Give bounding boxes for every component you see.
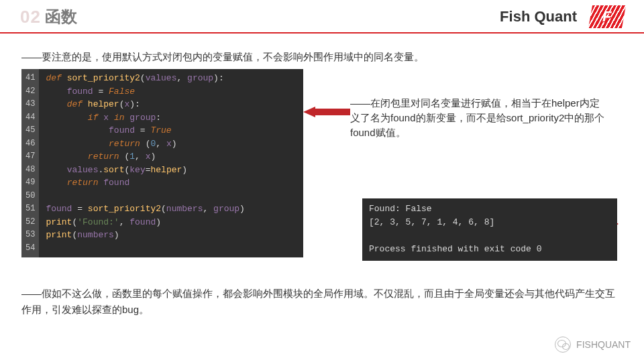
annotation-text: ——在闭包里对同名变量进行赋值，相当于在helper内定义了名为found的新变… xyxy=(350,96,605,139)
brand-logo: F xyxy=(588,5,626,28)
watermark-text: FISHQUANT xyxy=(576,339,631,350)
chapter-number: 02 xyxy=(20,7,41,27)
chapter-title: 函数 xyxy=(45,6,77,27)
output-block: Found: False [2, 3, 5, 7, 1, 4, 6, 8] Pr… xyxy=(362,198,617,261)
closing-note: ——假如不这么做，函数里的每个赋值操作，都会影响外围模块的全局作用域。不仅混乱，… xyxy=(21,286,623,318)
slide-header: 02 函数 Fish Quant F xyxy=(0,0,644,34)
intro-note: ——要注意的是，使用默认方式对闭包内的变量赋值，不会影响外围作用域中的同名变量。 xyxy=(21,51,623,64)
watermark: FISHQUANT xyxy=(555,337,631,353)
code-block: 4142434445464748495051525354 def sort_pr… xyxy=(21,69,303,257)
arrow-left-icon xyxy=(303,107,350,117)
wechat-icon xyxy=(555,337,571,353)
code-body: def sort_priority2(values, group): found… xyxy=(39,69,303,257)
brand-text: Fish Quant xyxy=(500,8,577,25)
line-gutter: 4142434445464748495051525354 xyxy=(21,69,39,257)
